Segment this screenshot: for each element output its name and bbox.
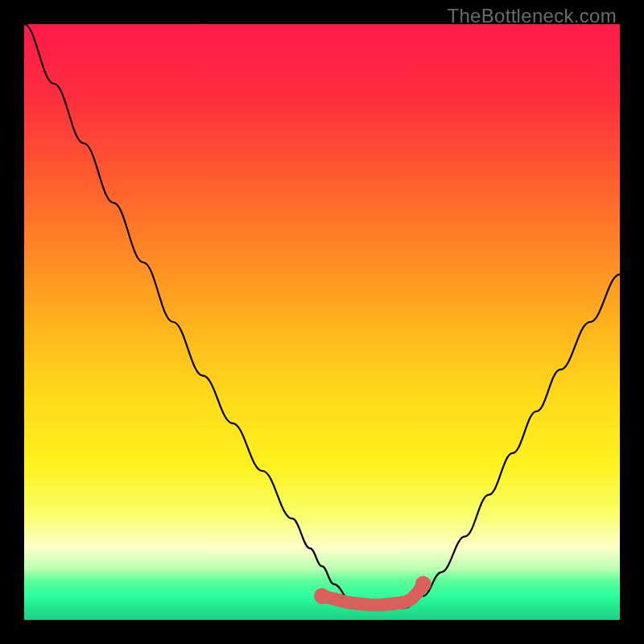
plot-area [24, 24, 620, 620]
watermark-text: TheBottleneck.com [447, 5, 617, 27]
outer-frame: TheBottleneck.com [0, 0, 644, 644]
svg-rect-0 [24, 24, 620, 620]
background-gradient [24, 24, 620, 620]
